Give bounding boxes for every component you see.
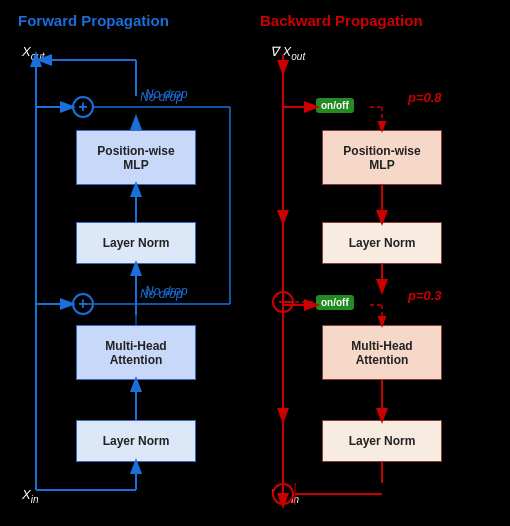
x-in-label: Xin	[22, 487, 38, 505]
forward-mlp-box: Position-wiseMLP	[76, 130, 196, 185]
backward-ln2-box: Layer Norm	[322, 420, 442, 462]
title-backward: Backward Propagation	[260, 12, 423, 29]
no-drop-2-label: No drop	[140, 287, 183, 301]
backward-mha-box: Multi-HeadAttention	[322, 325, 442, 380]
circle-plus-bot-backward: +	[272, 483, 294, 505]
title-forward: Forward Propagation	[18, 12, 169, 29]
backward-ln1-box: Layer Norm	[322, 222, 442, 264]
circle-plus-top-forward: +	[72, 96, 94, 118]
p1-label: p=0.8	[408, 90, 442, 105]
no-drop-1-label: No drop	[140, 90, 183, 104]
onoff-badge-top: on/off	[316, 98, 354, 113]
onoff-badge-bottom: on/off	[316, 295, 354, 310]
p2-label: p=0.3	[408, 288, 442, 303]
forward-ln2-box: Layer Norm	[76, 420, 196, 462]
grad-x-out-label: ∇ Xout	[270, 44, 305, 62]
forward-mha-box: Multi-HeadAttention	[76, 325, 196, 380]
backward-mlp-box: Position-wiseMLP	[322, 130, 442, 185]
forward-ln1-box: Layer Norm	[76, 222, 196, 264]
circle-plus-mid-backward: +	[272, 291, 294, 313]
x-out-label: Xout	[22, 44, 45, 62]
diagram: Forward Propagation Backward Propagation…	[0, 0, 510, 526]
circle-plus-mid-forward: +	[72, 293, 94, 315]
